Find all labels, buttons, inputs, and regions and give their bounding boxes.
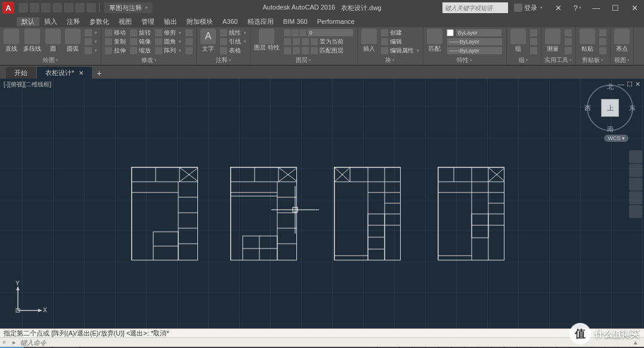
panel-clipboard-title[interactable]: 剪贴板: [578, 55, 608, 65]
table-button[interactable]: 表格: [219, 46, 247, 55]
window-close-button[interactable]: ✕: [625, 1, 644, 15]
sign-in-button[interactable]: 登录▾: [514, 4, 543, 13]
array-button[interactable]: 阵列▾: [154, 46, 182, 55]
panel-block-title[interactable]: 块: [360, 55, 420, 65]
insert-block-button[interactable]: 插入: [360, 29, 378, 53]
copy-clip-button[interactable]: [598, 38, 608, 46]
group-extra-1[interactable]: [529, 29, 538, 37]
circle-button[interactable]: 圆: [44, 29, 62, 53]
panel-modify-title[interactable]: 修改: [104, 55, 194, 65]
line-button[interactable]: 直线: [2, 29, 20, 53]
paste-button[interactable]: 粘贴: [578, 29, 596, 53]
new-tab-button[interactable]: +: [93, 68, 105, 79]
panel-annotation-title[interactable]: 注释: [199, 55, 247, 65]
qat-saveas-icon[interactable]: [52, 3, 62, 13]
panel-groups-title[interactable]: 组: [509, 55, 538, 65]
modify-extra-1[interactable]: [184, 29, 194, 37]
qat-redo-icon[interactable]: [86, 3, 96, 13]
qat-open-icon[interactable]: [30, 3, 39, 13]
color-swatch-icon[interactable]: [447, 29, 454, 36]
text-button[interactable]: A文字: [199, 29, 217, 53]
layer-make-current[interactable]: 置为当前: [283, 38, 355, 46]
tab-insert[interactable]: 插入: [39, 17, 62, 26]
edit-attributes-button[interactable]: 编辑属性▾: [380, 46, 420, 55]
tab-parametric[interactable]: 参数化: [85, 17, 114, 26]
lineweight-combo[interactable]: —— ByLayer: [447, 38, 503, 46]
measure-button[interactable]: 测量: [544, 29, 562, 53]
layer-combo[interactable]: 0: [307, 29, 354, 37]
modify-extra-2[interactable]: [184, 38, 194, 46]
group-extra-2[interactable]: [529, 38, 538, 46]
group-extra-3[interactable]: [529, 46, 538, 55]
draw-flyout-1[interactable]: ▾: [83, 29, 98, 37]
fillet-button[interactable]: 圆角▾: [154, 38, 182, 46]
commandline-close-icon[interactable]: ×: [2, 339, 8, 346]
panel-layers-title[interactable]: 图层: [253, 55, 355, 65]
viewport-label[interactable]: [-][俯视][二维线框]: [4, 80, 51, 89]
draw-flyout-3[interactable]: ▾: [83, 46, 98, 55]
clip-extra[interactable]: [598, 46, 608, 55]
tab-output[interactable]: 输出: [159, 17, 182, 26]
tab-performance[interactable]: Performance: [312, 18, 360, 25]
layer-match[interactable]: 匹配图层: [283, 46, 355, 55]
tab-default[interactable]: 默认: [17, 17, 39, 26]
command-line[interactable]: × ▸ ▴: [0, 337, 644, 347]
tab-start[interactable]: 开始: [6, 67, 36, 79]
nav-pan-icon[interactable]: [629, 164, 642, 177]
layer-freeze-icon[interactable]: [292, 29, 299, 36]
polyline-button[interactable]: 多段线: [22, 29, 42, 53]
layer-lock-icon[interactable]: [299, 29, 306, 36]
viewcube-top-face[interactable]: 上: [601, 99, 619, 117]
stretch-button[interactable]: 拉伸: [104, 46, 127, 55]
help-search-input[interactable]: [442, 2, 508, 13]
qat-plot-icon[interactable]: [64, 3, 73, 13]
nav-wheel-icon[interactable]: [629, 150, 642, 163]
util-2[interactable]: [564, 38, 573, 46]
match-properties-button[interactable]: 匹配: [426, 29, 444, 53]
copy-button[interactable]: 复制: [104, 38, 127, 46]
qat-new-icon[interactable]: [18, 3, 28, 13]
layer-off-icon[interactable]: [284, 29, 291, 36]
tab-a360[interactable]: A360: [218, 18, 243, 25]
exchange-apps-icon[interactable]: ✕: [549, 1, 568, 15]
command-input[interactable]: [20, 339, 630, 346]
leader-button[interactable]: 引线▾: [219, 38, 247, 46]
tab-document[interactable]: 衣柜设计*✕: [37, 67, 92, 79]
trim-button[interactable]: 修剪▾: [154, 29, 182, 37]
nav-zoom-icon[interactable]: [629, 178, 642, 191]
panel-view-title[interactable]: 视图: [613, 55, 631, 65]
arc-button[interactable]: 圆弧: [64, 29, 82, 53]
panel-draw-title[interactable]: 绘图: [2, 55, 98, 65]
viewport-maximize-icon[interactable]: ☐: [627, 80, 633, 88]
workspace-switcher[interactable]: 草图与注释▾: [104, 2, 153, 13]
base-view-button[interactable]: 基点: [613, 29, 631, 53]
dimension-linear-button[interactable]: 线性▾: [219, 29, 247, 37]
tab-view[interactable]: 视图: [114, 17, 137, 26]
viewcube[interactable]: 上 北 南 东 西: [587, 85, 633, 131]
tab-addins[interactable]: 附加模块: [182, 17, 218, 26]
util-3[interactable]: [564, 46, 573, 55]
nav-orbit-icon[interactable]: [629, 191, 642, 204]
linetype-combo[interactable]: —— ByLayer: [447, 46, 503, 55]
viewport-minimize-icon[interactable]: —: [618, 80, 624, 88]
qat-undo-icon[interactable]: [75, 3, 85, 13]
group-button[interactable]: 组: [509, 29, 527, 53]
app-menu-button[interactable]: A: [2, 2, 14, 14]
draw-flyout-2[interactable]: ▾: [83, 38, 98, 46]
window-minimize-button[interactable]: —: [587, 1, 606, 15]
tab-annotate[interactable]: 注释: [62, 17, 85, 26]
layer-properties-button[interactable]: 图层 特性: [253, 29, 281, 51]
tab-bim360[interactable]: BIM 360: [278, 18, 312, 25]
wcs-badge[interactable]: WCS ▾: [604, 135, 628, 142]
nav-showmotion-icon[interactable]: [629, 205, 642, 218]
edit-block-button[interactable]: 编辑: [380, 38, 420, 46]
mirror-button[interactable]: 镜像: [129, 38, 152, 46]
tab-manage[interactable]: 管理: [137, 17, 159, 26]
create-block-button[interactable]: 创建: [380, 29, 420, 37]
util-1[interactable]: [564, 29, 573, 37]
help-icon[interactable]: ?▾: [568, 1, 587, 15]
move-button[interactable]: 移动: [104, 29, 127, 37]
modify-extra-3[interactable]: [184, 46, 194, 55]
tab-featured[interactable]: 精选应用: [243, 17, 278, 26]
color-combo[interactable]: ByLayer: [456, 29, 502, 37]
